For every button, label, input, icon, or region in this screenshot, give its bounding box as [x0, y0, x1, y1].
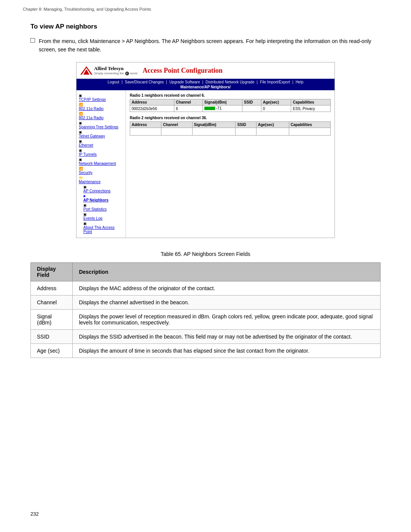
- radio1-label: Radio 1 neighbors received on channel 6.: [130, 93, 331, 97]
- ui-nav-links: Logout | Save/Discard Changes | Upgrade …: [108, 80, 303, 84]
- sidebar-item-ap-neighbors[interactable]: AP Neighbors: [83, 198, 123, 202]
- nav-distributed[interactable]: Distributed Network Upgrade: [206, 80, 254, 84]
- sidebar-item-telnet[interactable]: Telnet Gateway: [79, 134, 123, 138]
- ui-sidebar: ▣ TCP/IP Settings 📶 802.11g Radio 📶 802.…: [76, 90, 126, 238]
- col-address-2: Address: [130, 122, 161, 128]
- field-description-cell: Displays the amount of time in seconds t…: [73, 344, 381, 358]
- ui-nav-path: Maintenance/AP Neighbors/: [180, 85, 231, 89]
- field-description-cell: Displays the MAC address of the originat…: [73, 281, 381, 296]
- instruction-text: From the menu, click Maintenance > AP Ne…: [39, 37, 381, 54]
- ui-body: ▣ TCP/IP Settings 📶 802.11g Radio 📶 802.…: [76, 90, 335, 238]
- logo-text-block: Allied Telesyn Simply connecting the IP …: [94, 66, 137, 75]
- radio1-neighbors-table: Address Channel Signal(dBm) SSID Age(sec…: [130, 99, 331, 112]
- cell-age: 0: [261, 105, 291, 112]
- ui-main-area: Radio 1 neighbors received on channel 6.…: [126, 90, 335, 238]
- table-row-empty: [130, 128, 331, 136]
- table-row: 00022d2b3e56 6 -71 0 ESS, Privacy: [130, 105, 331, 112]
- col-signal-1: Signal(dBm): [202, 99, 242, 105]
- ui-nav-bar: Logout | Save/Discard Changes | Upgrade …: [76, 79, 335, 90]
- globe-icon: IP: [125, 72, 129, 75]
- nav-save[interactable]: Save/Discard Changes: [125, 80, 164, 84]
- nav-logout[interactable]: Logout: [108, 80, 119, 84]
- col-signal-2: Signal(dBm): [192, 122, 236, 128]
- sidebar-item-80211g[interactable]: 802.11g Radio: [79, 107, 123, 111]
- sidebar-item-network-mgmt[interactable]: Network Management: [79, 161, 123, 166]
- sidebar-item-maintenance[interactable]: Maintenance: [79, 180, 123, 184]
- table-row: ChannelDisplays the channel advertised i…: [31, 296, 381, 310]
- table-row: AddressDisplays the MAC address of the o…: [31, 281, 381, 296]
- sidebar-item-about[interactable]: About This Access Point: [83, 225, 123, 234]
- field-name-cell: Address: [31, 281, 73, 296]
- sidebar-item-tcpip[interactable]: TCP/IP Settings: [79, 97, 123, 102]
- nav-upgrade[interactable]: Upgrade Software: [169, 80, 200, 84]
- sidebar-item-port-stats[interactable]: Port Statistics: [83, 207, 123, 211]
- col-age-2: Age(sec): [256, 122, 289, 128]
- logo-block: Allied Telesyn Simply connecting the IP …: [80, 66, 137, 75]
- field-name-cell: SSID: [31, 330, 73, 344]
- section-title: To view AP neighbors: [30, 23, 381, 30]
- cell-signal: -71: [202, 105, 242, 112]
- radio2-label: Radio 2 neighbors received on channel 36…: [130, 116, 331, 120]
- field-description-cell: Displays the power level of reception me…: [73, 310, 381, 330]
- col-ssid-2: SSID: [236, 122, 256, 128]
- field-name-cell: Signal (dBm): [31, 310, 73, 330]
- cell-address: 00022d2b3e56: [130, 105, 174, 112]
- nav-file-import[interactable]: File Import/Export: [260, 80, 290, 84]
- table-row: Signal (dBm)Displays the power level of …: [31, 310, 381, 330]
- field-name-cell: Age (sec): [31, 344, 73, 358]
- field-name-cell: Channel: [31, 296, 73, 310]
- col-display-field: Display Field: [31, 263, 73, 281]
- radio2-neighbors-table: Address Channel Signal(dBm) SSID Age(sec…: [130, 121, 331, 136]
- cell-ssid: [242, 105, 261, 112]
- nav-help[interactable]: Help: [296, 80, 304, 84]
- sidebar-item-events-log[interactable]: Events Log: [83, 216, 123, 220]
- col-capabilities-2: Capabilities: [289, 122, 330, 128]
- chapter-header: Chapter 8: Managing, Troubleshooting, an…: [23, 7, 151, 11]
- sidebar-item-ap-connections[interactable]: AP Connections: [83, 189, 123, 193]
- logo-company-name: Allied Telesyn: [94, 66, 137, 72]
- avt-logo-icon: [80, 66, 92, 75]
- instruction-checkbox-icon: [30, 38, 35, 43]
- sidebar-item-spanning-tree[interactable]: Spanning Tree Settings: [79, 125, 123, 129]
- logo-subtitle: Simply connecting the IP world: [94, 72, 137, 75]
- cell-channel: 6: [174, 105, 202, 112]
- ui-app-title: Access Point Configuration: [143, 67, 223, 75]
- signal-bar-icon: [204, 107, 215, 110]
- table-row: Age (sec)Displays the amount of time in …: [31, 344, 381, 358]
- col-description: Description: [73, 263, 381, 281]
- sidebar-item-security[interactable]: Security: [79, 171, 123, 175]
- col-channel-1: Channel: [174, 99, 202, 105]
- table-caption: Table 65. AP Neighbors Screen Fields: [30, 251, 381, 257]
- col-channel-2: Channel: [161, 122, 192, 128]
- ui-header: Allied Telesyn Simply connecting the IP …: [76, 62, 335, 79]
- sidebar-item-ethernet[interactable]: Ethernet: [79, 143, 123, 147]
- sidebar-item-ip-tunnels[interactable]: IP Tunnels: [79, 152, 123, 157]
- col-age-1: Age(sec): [261, 99, 291, 105]
- fields-table: Display Field Description AddressDisplay…: [30, 262, 381, 358]
- sidebar-item-80211a[interactable]: 802.11a Radio: [79, 116, 123, 120]
- field-description-cell: Displays the channel advertised in the b…: [73, 296, 381, 310]
- cell-capabilities: ESS, Privacy: [291, 105, 331, 112]
- col-capabilities-1: Capabilities: [291, 99, 331, 105]
- table-row: SSIDDisplays the SSID advertised in the …: [31, 330, 381, 344]
- col-address-1: Address: [130, 99, 174, 105]
- page-number: 232: [30, 511, 39, 517]
- field-description-cell: Displays the SSID advertised in the beac…: [73, 330, 381, 344]
- col-ssid-1: SSID: [242, 99, 261, 105]
- ui-screenshot: Allied Telesyn Simply connecting the IP …: [76, 62, 335, 238]
